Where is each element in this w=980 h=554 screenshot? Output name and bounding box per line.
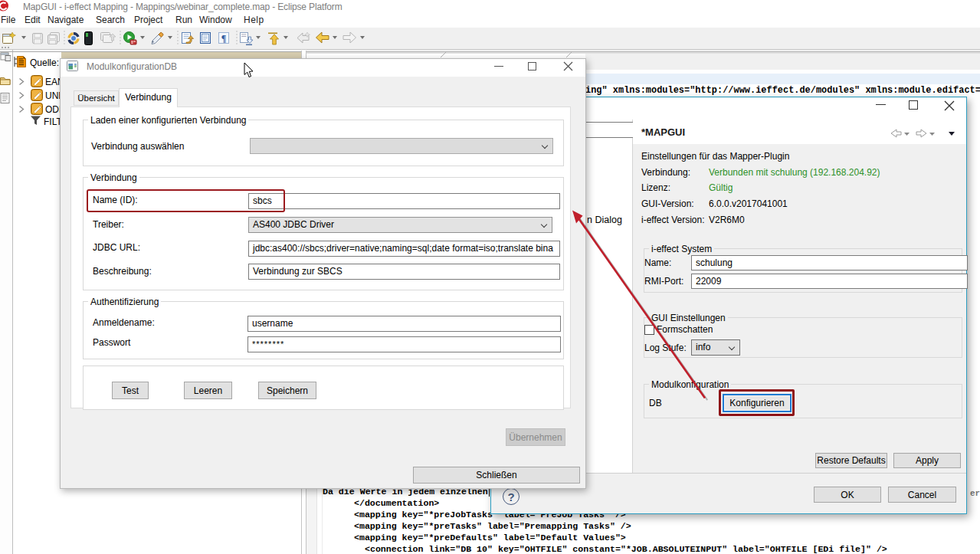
svg-text:¶: ¶ xyxy=(221,33,226,44)
